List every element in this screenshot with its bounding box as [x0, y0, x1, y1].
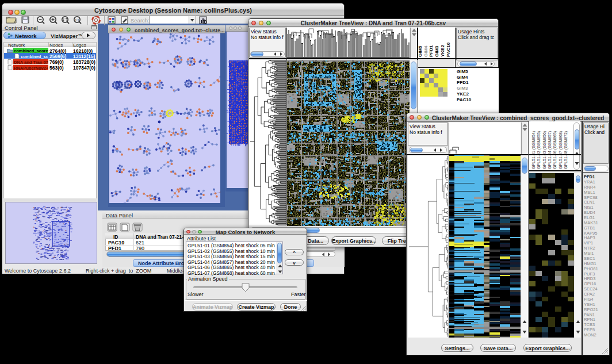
svg-text:YRA1: YRA1 [584, 179, 595, 185]
svg-text:GIM5: GIM5 [457, 69, 468, 74]
svg-text:RPN1: RPN1 [584, 317, 595, 322]
svg-text:YKE2: YKE2 [457, 91, 469, 97]
svg-text:ELG1: ELG1 [584, 215, 595, 220]
svg-text:PFD1: PFD1 [457, 80, 469, 85]
svg-text:GIM5: GIM5 [418, 45, 423, 57]
svg-text:SPC98: SPC98 [584, 195, 598, 200]
svg-text:HRD3: HRD3 [584, 276, 595, 281]
svg-text:SEC1: SEC1 [584, 256, 595, 261]
svg-text:HMG1: HMG1 [584, 261, 596, 266]
svg-text:PAC10: PAC10 [457, 97, 472, 102]
svg-text:GPL51-03 (GSM856): GPL51-03 (GSM856) [542, 131, 547, 169]
svg-text:NIS1: NIS1 [584, 205, 594, 210]
svg-text:HAP3: HAP3 [584, 235, 595, 240]
svg-text:GPI16: GPI16 [584, 281, 596, 286]
svg-text:GPL51-04 (GSM857): GPL51-04 (GSM857) [548, 131, 552, 169]
svg-text:PUF3: PUF3 [584, 271, 595, 277]
svg-text:MSI1: MSI1 [584, 251, 594, 256]
svg-text:GIM3: GIM3 [457, 86, 468, 91]
svg-text:CLN1: CLN1 [584, 200, 595, 205]
svg-text:GIM4: GIM4 [423, 45, 429, 57]
svg-text:GIM3: GIM3 [434, 45, 439, 57]
svg-text:GPL51-07 (GSM868): GPL51-07 (GSM868) [559, 131, 563, 169]
svg-text:GPL51-01 (GSM854): GPL51-01 (GSM854) [531, 131, 536, 169]
svg-text:GPL51-02 (GSM855): GPL51-02 (GSM855) [537, 131, 541, 169]
svg-text:CPA2: CPA2 [584, 292, 595, 297]
svg-text:PAN1: PAN1 [584, 312, 595, 317]
svg-text:RNR4: RNR4 [584, 185, 595, 190]
svg-text:VIP1: VIP1 [584, 240, 593, 246]
svg-text:PFD1: PFD1 [429, 45, 434, 57]
svg-text:RPO21: RPO21 [584, 307, 598, 312]
svg-text:1:1: 1:1 [75, 18, 79, 22]
svg-text:MAK31: MAK31 [584, 220, 598, 225]
svg-text:PFD1: PFD1 [584, 174, 595, 179]
svg-text:PHO81: PHO81 [584, 266, 598, 271]
svg-text:GTB1: GTB1 [584, 225, 595, 231]
svg-text:BUD4: BUD4 [584, 210, 595, 215]
svg-text:GIM4: GIM4 [457, 75, 468, 80]
svg-text:PEP5: PEP5 [584, 327, 595, 332]
svg-text:MSL1: MSL1 [584, 190, 595, 195]
svg-text:KAP95: KAP95 [584, 231, 597, 236]
svg-text:PAC10: PAC10 [446, 42, 451, 57]
svg-text:GPL51-06 (GSM865): GPL51-06 (GSM865) [553, 131, 557, 169]
svg-text:GPL51-08 (GSM872): GPL51-08 (GSM872) [564, 131, 568, 169]
svg-text:YKE2: YKE2 [440, 45, 445, 57]
svg-text:MON2: MON2 [584, 332, 596, 338]
svg-text:TCB3: TCB3 [584, 322, 595, 327]
svg-text:FIG4: FIG4 [584, 297, 594, 302]
svg-text:YSH1: YSH1 [584, 302, 595, 307]
svg-text:NTR2: NTR2 [584, 246, 595, 251]
svg-text:SEC24: SEC24 [584, 286, 598, 292]
